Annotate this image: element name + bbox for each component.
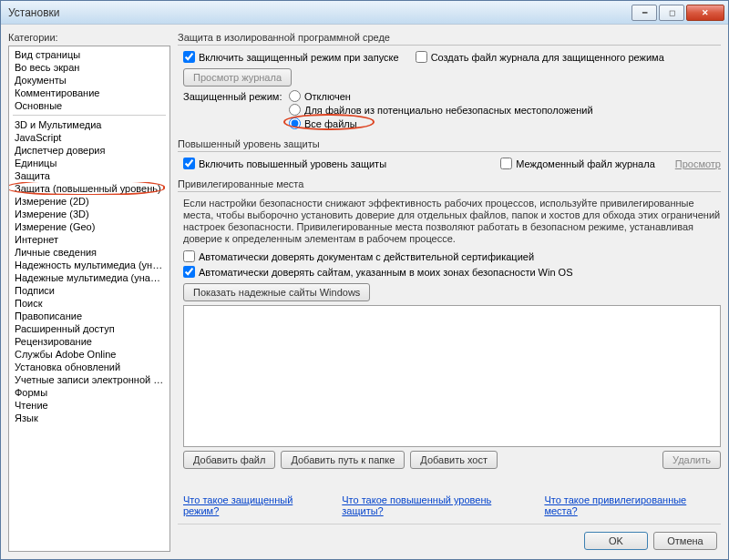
sidebar-item[interactable]: Основные: [9, 99, 169, 112]
highlight-circle-icon: [9, 182, 165, 195]
sidebar-item[interactable]: Язык: [9, 412, 169, 424]
enhanced-section: Повышенный уровень защиты Включить повыш…: [178, 138, 721, 173]
dialog-buttons: OK Отмена: [178, 524, 721, 552]
priv-title: Привилегированные места: [178, 178, 721, 192]
sandbox-section: Защита в изолированной программной среде…: [178, 32, 721, 133]
sidebar-item[interactable]: Во весь экран: [9, 61, 169, 74]
remove-button[interactable]: Удалить: [662, 451, 721, 469]
crossdomain-checkbox[interactable]: Междоменный файл журнала: [500, 158, 655, 169]
create-log-checkbox[interactable]: Создать файл журнала для защищенного реж…: [416, 51, 664, 63]
sandbox-title: Защита в изолированной программной среде: [178, 32, 721, 46]
sidebar-item[interactable]: Учетные записи электронной почты: [9, 373, 169, 386]
sidebar-item[interactable]: Защита: [9, 169, 169, 182]
priv-description: Если настройки безопасности снижают эффе…: [183, 198, 721, 245]
minimize-button[interactable]: ━: [631, 5, 657, 21]
add-folder-button[interactable]: Добавить путь к папке: [281, 451, 405, 469]
sidebar-item[interactable]: Чтение: [9, 399, 169, 412]
ok-button[interactable]: OK: [584, 532, 648, 550]
sidebar-item[interactable]: Вид страницы: [9, 48, 169, 61]
sidebar-item[interactable]: Подписи: [9, 284, 169, 297]
sidebar-item[interactable]: Расширенный доступ: [9, 322, 169, 335]
protected-mode-label: Защищенный режим:: [183, 90, 283, 102]
sidebar-item[interactable]: Службы Adobe Online: [9, 348, 169, 361]
titlebar: Установки ━ ◻ ✕: [1, 1, 728, 25]
sidebar-item[interactable]: Рецензирование: [9, 335, 169, 348]
priv-section: Привилегированные места Если настройки б…: [178, 178, 721, 480]
trust-winos-checkbox[interactable]: Автоматически доверять сайтам, указанным…: [183, 266, 573, 278]
sidebar-item[interactable]: Единицы: [9, 157, 169, 169]
mode-unsafe-radio[interactable]: Для файлов из потенциально небезопасных …: [289, 104, 593, 116]
sidebar-item[interactable]: Правописание: [9, 310, 169, 322]
main-panel: Защита в изолированной программной среде…: [178, 32, 721, 552]
sidebar-item[interactable]: Диспетчер доверия: [9, 144, 169, 157]
window-buttons: ━ ◻ ✕: [630, 5, 724, 21]
sidebar: Категории: Вид страницыВо весь экранДоку…: [8, 32, 170, 552]
sidebar-item[interactable]: Установка обновлений: [9, 361, 169, 373]
what-protected-link[interactable]: Что такое защищенный режим?: [183, 494, 325, 516]
preferences-window: Установки ━ ◻ ✕ Категории: Вид страницыВ…: [0, 0, 729, 560]
what-enhanced-link[interactable]: Что такое повышенный уровень защиты?: [342, 494, 528, 516]
sidebar-item[interactable]: Интернет: [9, 233, 169, 246]
add-host-button[interactable]: Добавить хост: [410, 451, 498, 469]
sidebar-item[interactable]: Комментирование: [9, 87, 169, 99]
category-list[interactable]: Вид страницыВо весь экранДокументыКоммен…: [8, 46, 170, 552]
mode-off-radio[interactable]: Отключен: [289, 90, 593, 102]
maximize-button[interactable]: ◻: [659, 5, 684, 21]
sidebar-separator: [13, 115, 166, 116]
mode-all-radio[interactable]: Все файлы: [289, 117, 593, 129]
show-trusted-button[interactable]: Показать надежные сайты Windows: [183, 283, 370, 301]
enable-enhanced-checkbox[interactable]: Включить повышенный уровень защиты: [183, 158, 386, 169]
sidebar-item[interactable]: Поиск: [9, 297, 169, 310]
window-title: Установки: [8, 6, 630, 19]
what-priv-link[interactable]: Что такое привилегированные места?: [544, 494, 715, 516]
sidebar-item[interactable]: Документы: [9, 74, 169, 87]
close-button[interactable]: ✕: [686, 5, 724, 21]
sidebar-item[interactable]: JavaScript: [9, 131, 169, 144]
priv-listbox[interactable]: [183, 305, 721, 447]
add-file-button[interactable]: Добавить файл: [183, 451, 275, 469]
sidebar-item[interactable]: 3D и Мультимедиа: [9, 118, 169, 131]
sidebar-item[interactable]: Надежность мультимедиа (унаслед.): [9, 259, 169, 271]
sidebar-label: Категории:: [8, 32, 170, 43]
sidebar-item[interactable]: Личные сведения: [9, 246, 169, 259]
sidebar-item[interactable]: Формы: [9, 386, 169, 399]
sidebar-item[interactable]: Измерение (3D): [9, 208, 169, 220]
sidebar-item[interactable]: Измерение (2D): [9, 195, 169, 208]
sidebar-item[interactable]: Защита (повышенный уровень): [9, 182, 169, 195]
view-log-button[interactable]: Просмотр журнала: [183, 68, 292, 87]
help-links: Что такое защищенный режим? Что такое по…: [178, 485, 721, 520]
sidebar-item[interactable]: Надежные мультимедиа (унаслед.): [9, 271, 169, 284]
enhanced-title: Повышенный уровень защиты: [178, 138, 721, 152]
enable-protected-checkbox[interactable]: Включить защищенный режим при запуске: [183, 51, 399, 63]
trust-cert-checkbox[interactable]: Автоматически доверять документам с дейс…: [183, 250, 721, 262]
sidebar-item[interactable]: Измерение (Geo): [9, 220, 169, 233]
cancel-button[interactable]: Отмена: [653, 532, 717, 550]
dialog-body: Категории: Вид страницыВо весь экранДоку…: [1, 25, 728, 559]
view-enhanced-link[interactable]: Просмотр: [675, 158, 721, 169]
protected-mode-radios: Отключен Для файлов из потенциально небе…: [289, 90, 593, 129]
